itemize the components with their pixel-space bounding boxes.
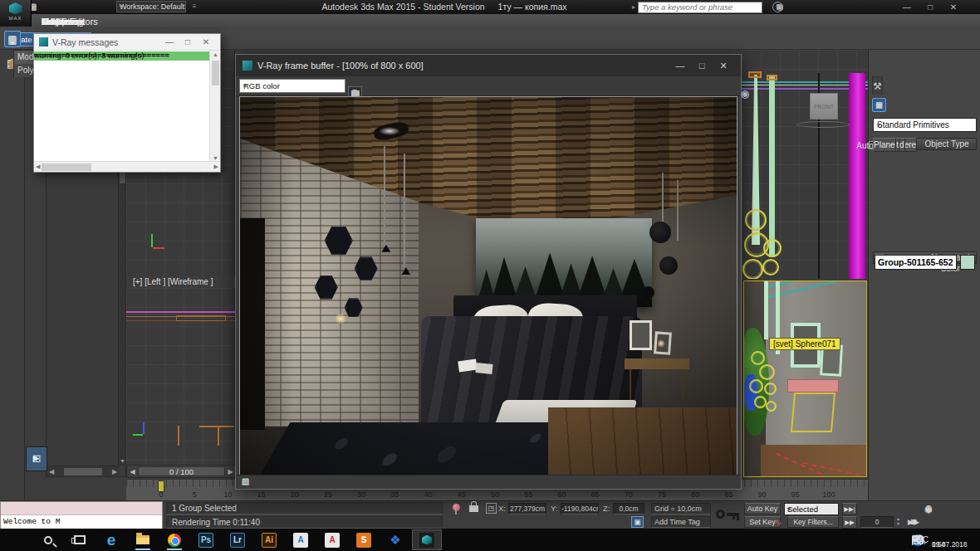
previous-frame-icon[interactable]: ◀ (127, 468, 138, 475)
messages-horizontal-scrollbar[interactable]: ◀ ▶ (34, 161, 220, 172)
auto-key-button[interactable]: Auto Key (744, 503, 781, 514)
key-filters-button[interactable]: Key Filters... (787, 516, 839, 528)
maximize-button[interactable]: □ (179, 37, 197, 46)
close-button[interactable]: ✕ (713, 61, 734, 71)
wire-sphere[interactable] (766, 401, 777, 412)
dropbox-app[interactable]: ❖ (380, 529, 410, 550)
maximize-button[interactable]: □ (691, 61, 713, 71)
viewport-label[interactable]: [+] [Left ] [Wireframe ] (133, 277, 213, 286)
key-mode-button[interactable]: ▶▶ (842, 516, 857, 529)
time-slider-handle[interactable] (158, 480, 164, 492)
frame-display[interactable]: 0 / 100 (138, 466, 225, 476)
lightroom-app[interactable]: Lr (223, 529, 252, 550)
selected-filter-dropdown[interactable]: Selected▾ (784, 503, 839, 515)
start-button[interactable] (2, 529, 32, 550)
render-production-icon[interactable]: ◒ (4, 31, 21, 47)
wire-sphere[interactable] (764, 383, 777, 395)
table-legs-selected[interactable] (791, 393, 835, 432)
close-button[interactable]: ✕ (197, 37, 215, 46)
toolbar-overflow-icon[interactable]: ≡ (189, 1, 199, 12)
tab-utilities[interactable]: ⚒ (872, 76, 883, 95)
viewport-perspective-active[interactable]: [svet] Sphere071 (743, 280, 867, 477)
autocad-app[interactable]: A (317, 529, 347, 550)
minimize-button[interactable]: — (669, 61, 691, 71)
wire-sphere[interactable] (751, 351, 765, 365)
file-explorer-app[interactable] (128, 529, 158, 550)
sketchbook-app[interactable]: S (349, 529, 379, 550)
minimize-button[interactable]: — (901, 2, 913, 12)
workspace-dropdown[interactable]: Workspace: Default▾ (116, 1, 186, 12)
time-slider[interactable]: ◀ 0 / 100 ▶ (126, 465, 237, 478)
3dsmax-app[interactable] (412, 529, 442, 550)
scroll-down-icon[interactable]: ▼ (210, 155, 221, 161)
photoshop-app[interactable]: Ps (191, 529, 221, 550)
viewport-left[interactable] (126, 288, 235, 479)
maxscript-mini-listener[interactable]: Welcome to M (0, 501, 163, 529)
time-tag-icon[interactable]: ▣ (631, 516, 644, 528)
current-frame-field[interactable]: 0 ▲▼ (860, 516, 902, 528)
messages-vertical-scrollbar[interactable]: ▲ ▼ (209, 51, 220, 162)
vfb-snapshot-icon[interactable]: ⊡ (240, 475, 251, 489)
taskbar-search-button[interactable] (33, 529, 63, 550)
explorer-horizontal-scrollbar[interactable]: ◀▶ (47, 466, 120, 476)
vfb-lens-effects-icon[interactable]: ◎ (737, 86, 752, 101)
category-dropdown[interactable]: Standard Primitives▾ (873, 118, 977, 132)
viewport-front[interactable]: FRONT (742, 50, 868, 279)
illustrator-app[interactable]: Ai (254, 529, 284, 550)
object-color-swatch[interactable] (960, 255, 975, 270)
y-coordinate-field[interactable]: -1190,804cm (561, 503, 599, 514)
listener-macro-row[interactable] (1, 502, 162, 515)
layout-arrow-icon[interactable]: ▶ (33, 452, 42, 464)
explorer-item-obj3d66-49[interactable]: Obj3d66-49 (47, 173, 56, 186)
vfb-channel-dropdown[interactable]: RGB color▾ (239, 79, 345, 93)
scroll-left-icon[interactable]: ◀ (36, 163, 40, 170)
pendant-cord[interactable] (764, 281, 768, 339)
max-application-menu-button[interactable]: MAX (0, 0, 32, 27)
vray-messages-titlebar[interactable]: V-Ray messages — □ ✕ (34, 34, 220, 51)
object-name-field[interactable]: Group-501165-652 (875, 255, 957, 270)
archicad-app[interactable]: A (286, 529, 316, 550)
action-center-icon[interactable] (912, 535, 923, 544)
scroll-left-icon[interactable]: ◀ (47, 468, 56, 475)
pendant-light-wire[interactable] (769, 76, 775, 257)
add-time-tag[interactable]: Add Time Tag (651, 516, 711, 528)
task-view-button[interactable] (65, 529, 95, 550)
chrome-app[interactable] (159, 529, 189, 550)
wire-sphere[interactable] (742, 259, 763, 279)
wire-sphere[interactable] (759, 364, 775, 380)
spinner-icon[interactable]: ▲▼ (894, 516, 902, 528)
wire-sphere[interactable] (745, 209, 767, 231)
primitive-button-plane[interactable]: Plane (873, 138, 896, 152)
search-history-icon[interactable]: ▸ (630, 3, 638, 11)
absolute-mode-icon[interactable]: ◳ (486, 503, 497, 514)
go-to-end-button[interactable]: ▶▶| (842, 503, 857, 515)
console-table-object[interactable] (787, 379, 839, 393)
listener-text[interactable]: Welcome to M (1, 515, 162, 529)
pin-icon[interactable] (453, 504, 460, 511)
close-button[interactable]: ✕ (948, 2, 959, 12)
zoom-extents-icon[interactable]: ◉ (922, 503, 935, 515)
x-coordinate-field[interactable]: 277,379cm (508, 503, 546, 514)
keyword-search-input[interactable]: Type a keyword or phrase (638, 2, 762, 13)
z-coordinate-field[interactable]: 0,0cm (613, 503, 644, 514)
subtab-systems[interactable]: ∗ (872, 98, 886, 112)
wire-sphere[interactable] (762, 259, 779, 276)
menu-help[interactable]: Help (35, 14, 67, 29)
scroll-right-icon[interactable]: ▶ (214, 163, 218, 170)
scroll-down-icon[interactable]: ▼ (119, 458, 126, 464)
default-in-out-tangent-icon[interactable]: ∿ (774, 517, 786, 528)
scroll-up-icon[interactable]: ▲ (210, 51, 221, 57)
help-icon[interactable]: ? (772, 2, 783, 12)
vray-messages-window: V-Ray messages — □ ✕ Unshaded rays: 0Num… (33, 33, 221, 173)
maximize-viewport-icon[interactable]: ⊞ (907, 516, 920, 529)
edge-app[interactable]: e (96, 529, 126, 550)
minimize-button[interactable]: — (160, 37, 179, 46)
wire-sphere[interactable] (763, 239, 782, 257)
restore-button[interactable]: □ (924, 2, 936, 12)
vfb-titlebar[interactable]: V-Ray frame buffer - [100% of 800 x 600]… (236, 55, 741, 76)
wire-sphere[interactable] (749, 379, 763, 393)
viewcube[interactable]: FRONT (810, 93, 838, 119)
wire-sphere[interactable] (754, 396, 767, 408)
scroll-right-icon[interactable]: ▶ (110, 468, 119, 475)
selection-lock-icon[interactable] (469, 505, 478, 512)
